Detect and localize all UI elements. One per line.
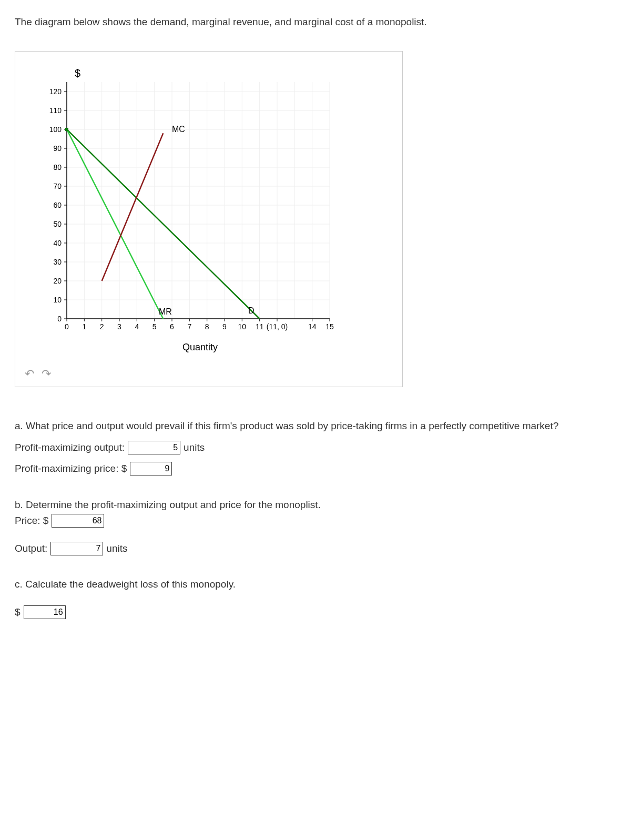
svg-text:2: 2 bbox=[100, 322, 104, 331]
svg-text:11: 11 bbox=[256, 322, 264, 331]
question-a: a. What price and output would prevail i… bbox=[15, 419, 616, 477]
svg-text:40: 40 bbox=[53, 239, 62, 247]
svg-text:1: 1 bbox=[82, 322, 86, 331]
qa-output-label: Profit-maximizing output: bbox=[15, 440, 125, 456]
question-b: b. Determine the profit-maximizing outpu… bbox=[15, 498, 616, 556]
mr-label: MR bbox=[159, 307, 172, 316]
svg-text:14: 14 bbox=[308, 322, 317, 331]
svg-text:120: 120 bbox=[49, 87, 62, 96]
svg-text:3: 3 bbox=[117, 322, 121, 331]
mc-label: MC bbox=[172, 125, 185, 134]
question-c: c. Calculate the deadweight loss of this… bbox=[15, 577, 616, 620]
qa-price-label: Profit-maximizing price: $ bbox=[15, 461, 127, 477]
qb-price-label: Price: $ bbox=[15, 513, 48, 529]
svg-text:20: 20 bbox=[53, 277, 62, 285]
qa-output-unit: units bbox=[184, 440, 205, 456]
svg-text:6: 6 bbox=[170, 322, 174, 331]
question-a-prompt: a. What price and output would prevail i… bbox=[15, 419, 616, 434]
qc-currency: $ bbox=[15, 605, 21, 620]
question-c-prompt: c. Calculate the deadweight loss of this… bbox=[15, 577, 616, 592]
monopolist-chart: 0 10 20 30 40 50 60 70 80 90 100 110 120… bbox=[25, 61, 361, 356]
svg-text:90: 90 bbox=[53, 144, 62, 153]
svg-text:9: 9 bbox=[222, 322, 227, 331]
question-b-prompt: b. Determine the profit-maximizing outpu… bbox=[15, 498, 616, 513]
chart-toolbar: ↶ ↷ bbox=[25, 365, 393, 382]
qa-output-input[interactable] bbox=[128, 441, 180, 454]
redo-icon[interactable]: ↷ bbox=[42, 367, 51, 380]
y-axis-label: $ bbox=[75, 67, 80, 79]
qc-value-input[interactable] bbox=[24, 605, 66, 619]
svg-text:100: 100 bbox=[49, 125, 62, 134]
qb-output-label: Output: bbox=[15, 541, 47, 556]
svg-text:0: 0 bbox=[57, 315, 62, 323]
svg-text:4: 4 bbox=[135, 322, 139, 331]
svg-text:70: 70 bbox=[53, 182, 62, 190]
svg-text:15: 15 bbox=[325, 322, 334, 331]
intro-text: The diagram below shows the demand, marg… bbox=[15, 15, 616, 30]
qb-price-input[interactable] bbox=[52, 514, 104, 528]
svg-text:0: 0 bbox=[65, 322, 69, 331]
svg-text:60: 60 bbox=[53, 201, 62, 209]
svg-text:80: 80 bbox=[53, 163, 62, 171]
svg-text:10: 10 bbox=[238, 322, 247, 331]
qa-price-input[interactable] bbox=[130, 462, 172, 475]
svg-rect-85 bbox=[65, 128, 68, 131]
d-label: D bbox=[248, 306, 255, 315]
svg-text:30: 30 bbox=[53, 258, 62, 266]
chart-container: 0 10 20 30 40 50 60 70 80 90 100 110 120… bbox=[15, 51, 403, 388]
svg-text:5: 5 bbox=[152, 322, 157, 331]
svg-text:8: 8 bbox=[205, 322, 209, 331]
x-axis-label: Quantity bbox=[182, 342, 218, 352]
qb-output-unit: units bbox=[106, 541, 127, 556]
qb-output-input[interactable] bbox=[50, 542, 103, 555]
svg-text:(11, 0): (11, 0) bbox=[267, 322, 288, 331]
svg-text:110: 110 bbox=[49, 106, 62, 115]
svg-text:50: 50 bbox=[53, 220, 62, 228]
undo-icon[interactable]: ↶ bbox=[25, 367, 34, 380]
svg-text:7: 7 bbox=[187, 322, 191, 331]
svg-text:10: 10 bbox=[53, 296, 62, 304]
